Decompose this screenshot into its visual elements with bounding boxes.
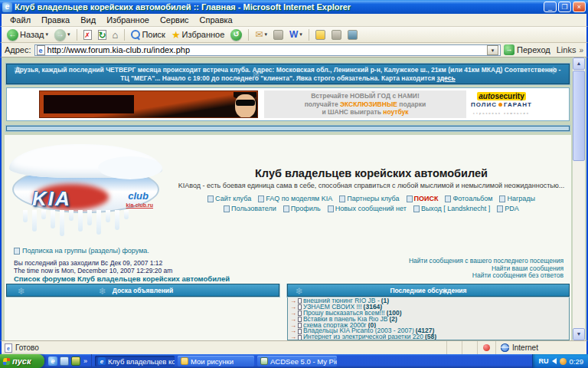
topic-link[interactable]: УЗНАЁМ СВОИХ !!! (303, 304, 362, 310)
ad-figure-face (235, 94, 256, 118)
print-button[interactable] (271, 28, 286, 42)
browser-viewport: ✱ ✱ ✱ ❄ ❄ ❄ Друзья, каждый последний ЧЕТ… (0, 58, 588, 340)
topic-link[interactable]: Владельцы KIA Picanto (2003 - 2007) (303, 328, 414, 334)
quick-launch-chevron-icon[interactable]: » (83, 357, 87, 365)
subscribe-icon (14, 248, 20, 255)
nav-link[interactable]: FAQ по моделям KIA (258, 195, 332, 202)
history-button[interactable]: ↺ (228, 28, 244, 42)
find-messages-link[interactable]: Найти сообщения без ответов (409, 272, 564, 280)
newyear-ad-banner[interactable]: Встречайте НОВЫЙ ГОД с НАМИ! получайте Э… (264, 90, 537, 118)
forum-index-link[interactable]: Список форумов Клуб владельцев корейских… (14, 275, 230, 283)
nav-link[interactable]: Профиль (283, 205, 321, 212)
nav-link[interactable]: Пользователи (224, 205, 276, 212)
task-button[interactable]: Мои рисунки (178, 356, 254, 366)
task-buttons: e Клуб владельцев ко... Мои рисунки ACDS… (92, 354, 531, 368)
messenger-button[interactable] (313, 28, 328, 42)
stop-button[interactable]: ✗ (81, 28, 94, 42)
nav-link[interactable]: Партнеры клуба (339, 195, 399, 202)
announcement-here-link[interactable]: здесь (436, 74, 455, 82)
topic-link[interactable]: Вставки в панель Kia Rio JB (303, 317, 388, 323)
tray-app-icon[interactable] (560, 358, 567, 365)
language-indicator[interactable]: RU (539, 357, 549, 365)
nav-link[interactable]: Новых сообщений нет (328, 205, 407, 212)
logo-site-text: kia-club.ru (126, 202, 153, 208)
volume-icon[interactable] (552, 358, 557, 364)
matrix-ad-banner[interactable] (39, 90, 258, 118)
nav-link-icon (328, 205, 334, 212)
go-button[interactable]: → Переход (504, 44, 550, 55)
links-label[interactable]: Links (557, 45, 577, 54)
nav-link[interactable]: Выход [ Landsknecht ] (413, 205, 490, 212)
kia-club-logo[interactable]: KIA club kia-club.ru (6, 143, 170, 235)
board-header-right[interactable]: ❄ ❄ Последние обсуждения (287, 284, 570, 297)
favorites-button[interactable]: ★ Избранное (169, 28, 227, 42)
topic-link[interactable]: Прошу высказаться всем!!! (303, 310, 385, 317)
menu-item[interactable]: Справка (194, 15, 238, 25)
quick-desktop-icon[interactable] (60, 356, 69, 366)
task-button-icon (260, 357, 268, 365)
nav-link[interactable]: Сайт клуба (207, 195, 251, 202)
subscribe-link[interactable]: Подписка на группы (разделы) форума. (14, 247, 149, 255)
edit-button[interactable]: W ▾ (287, 28, 305, 42)
desktop-screen: e Клуб владельцев корейских автомобилей … (0, 0, 588, 368)
taskbar: пуск e » e Клуб владельцев ко... Мои рис… (0, 354, 588, 368)
toolbar-separator (124, 29, 125, 41)
nav-link[interactable]: ПОИСК (407, 195, 439, 202)
address-dropdown-button[interactable]: ▾ (487, 45, 498, 55)
topic-link[interactable]: схема спортаж 2000г (303, 323, 367, 329)
nav-link[interactable]: Награды (499, 195, 535, 202)
topic-reply-count: (4127) (416, 328, 435, 334)
taskbar-clock[interactable]: 0:29 (570, 357, 584, 366)
menu-item[interactable]: Сервис (155, 15, 194, 25)
quick-ie-icon[interactable]: e (48, 356, 57, 366)
nav-link[interactable]: Фотоальбом (445, 195, 492, 202)
restore-button[interactable]: ❐ (558, 2, 571, 12)
topic-link[interactable]: Интернет из электрической разетки 220 (303, 334, 423, 340)
menu-item[interactable]: Файл (5, 15, 36, 25)
menu-item[interactable]: Правка (36, 15, 75, 25)
back-button[interactable]: ← Назад ▾ (5, 28, 51, 42)
tools-button[interactable] (345, 28, 360, 42)
menu-item[interactable]: Вид (75, 15, 101, 25)
go-label: Переход (517, 45, 550, 54)
topic-reply-count: (1) (381, 298, 389, 304)
task-button[interactable]: e Клуб владельцев ко... (95, 356, 175, 366)
search-label: Поиск (142, 30, 165, 39)
topic-row: → УЗНАЁМ СВОИХ !!! (3164) (290, 304, 567, 310)
task-button-icon (181, 357, 188, 365)
start-button[interactable]: пуск (0, 354, 44, 368)
home-button[interactable]: ⌂ (110, 28, 121, 42)
scrollbar-thumb[interactable] (573, 71, 585, 161)
sunglasses-icon (236, 100, 255, 106)
mail-button[interactable]: ✉ ▾ (253, 28, 270, 42)
quick-app-icon[interactable] (71, 356, 80, 366)
menu-item[interactable]: Избранное (101, 15, 155, 25)
system-tray: RU 0:29 (532, 354, 588, 368)
task-button[interactable]: ACDSee 5.0 - My Pict... (257, 356, 337, 366)
folders-button[interactable] (329, 28, 344, 42)
vertical-scrollbar[interactable]: ▲ ▼ (573, 58, 585, 340)
topic-link[interactable]: внешний тюнинг RIO JB - (303, 298, 380, 304)
forward-icon: → (54, 29, 66, 41)
logo-icicles (23, 210, 129, 236)
nav-link[interactable]: PDA (497, 205, 519, 212)
forward-button[interactable]: → ▾ (52, 28, 73, 42)
time-now-text: The time now is Mon, December 10, 2007 1… (14, 268, 230, 275)
task-button-icon: e (98, 357, 106, 365)
topic-row: → Вставки в панель Kia Rio JB (2) (290, 317, 567, 323)
address-input[interactable] (47, 45, 485, 55)
minimize-button[interactable]: _ (544, 2, 557, 12)
snowflake-icon: ❄ (99, 285, 106, 297)
scroll-up-button[interactable]: ▲ (573, 58, 585, 70)
menu-bar: ФайлПравкаВидИзбранноеСервисСправка (0, 14, 588, 27)
topic-page-icon (298, 329, 302, 334)
board-header-left[interactable]: ❄ ❄ Доска объявлений (6, 284, 279, 297)
topic-page-icon (298, 323, 302, 328)
window-title: Клуб владельцев корейских автомобилей ::… (15, 2, 544, 12)
ad-line1: Встречайте НОВЫЙ ГОД с НАМИ! (264, 92, 466, 100)
address-field: e ▾ (34, 44, 501, 56)
scroll-down-button[interactable]: ▼ (573, 328, 585, 340)
close-button[interactable]: × (573, 2, 586, 12)
refresh-button[interactable]: ↻ (96, 28, 109, 42)
search-button[interactable]: Поиск (129, 28, 167, 42)
